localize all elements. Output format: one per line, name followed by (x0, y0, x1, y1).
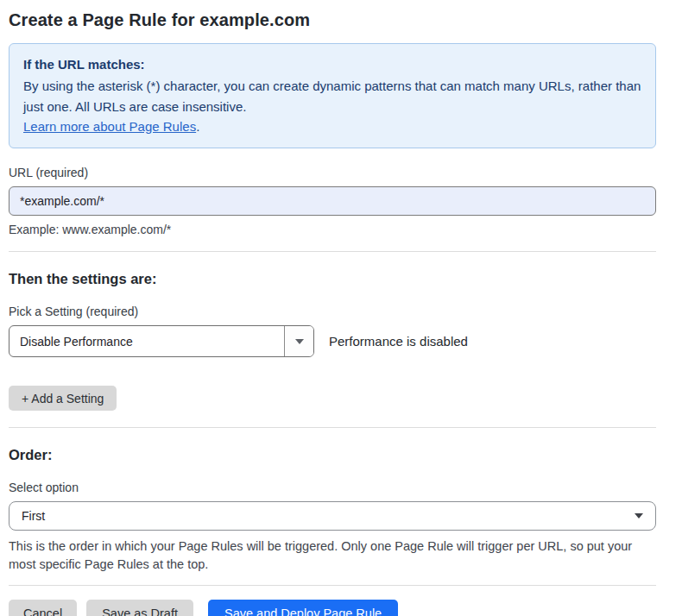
order-section-heading: Order: (9, 447, 656, 463)
url-example-text: Example: www.example.com/* (9, 223, 656, 236)
chevron-down-icon (635, 513, 643, 519)
info-box-link-line: Learn more about Page Rules. (23, 116, 641, 136)
cancel-button[interactable]: Cancel (9, 600, 77, 616)
setting-row: Disable Performance Performance is disab… (9, 325, 656, 357)
learn-more-link[interactable]: Learn more about Page Rules (23, 119, 196, 134)
divider (9, 585, 656, 586)
divider (9, 251, 656, 252)
add-setting-button[interactable]: + Add a Setting (9, 386, 117, 411)
url-input[interactable] (9, 186, 656, 216)
pick-setting-label: Pick a Setting (required) (9, 305, 656, 318)
link-suffix: . (196, 119, 199, 134)
save-and-deploy-button[interactable]: Save and Deploy Page Rule (208, 600, 398, 616)
setting-combobox-value: Disable Performance (9, 326, 284, 356)
info-box-heading: If the URL matches: (23, 54, 641, 74)
order-help-text: This is the order in which your Page Rul… (9, 537, 656, 574)
url-match-info-box: If the URL matches: By using the asteris… (9, 43, 656, 148)
order-select-value: First (22, 509, 45, 523)
order-select[interactable]: First (9, 501, 656, 531)
settings-section-heading: Then the settings are: (9, 271, 656, 287)
page-title: Create a Page Rule for example.com (9, 10, 656, 30)
chevron-down-icon (295, 339, 304, 344)
info-box-body: By using the asterisk (*) character, you… (23, 76, 641, 116)
divider (9, 427, 656, 428)
setting-status-text: Performance is disabled (329, 334, 468, 349)
create-page-rule-dialog: Create a Page Rule for example.com If th… (0, 0, 682, 616)
setting-combobox[interactable]: Disable Performance (9, 325, 314, 357)
save-as-draft-button[interactable]: Save as Draft (86, 600, 193, 616)
order-select-label: Select option (9, 481, 656, 494)
footer-actions: Cancel Save as Draft Save and Deploy Pag… (9, 600, 656, 616)
setting-combobox-dropdown-button[interactable] (284, 326, 313, 356)
url-field-label: URL (required) (9, 166, 656, 179)
